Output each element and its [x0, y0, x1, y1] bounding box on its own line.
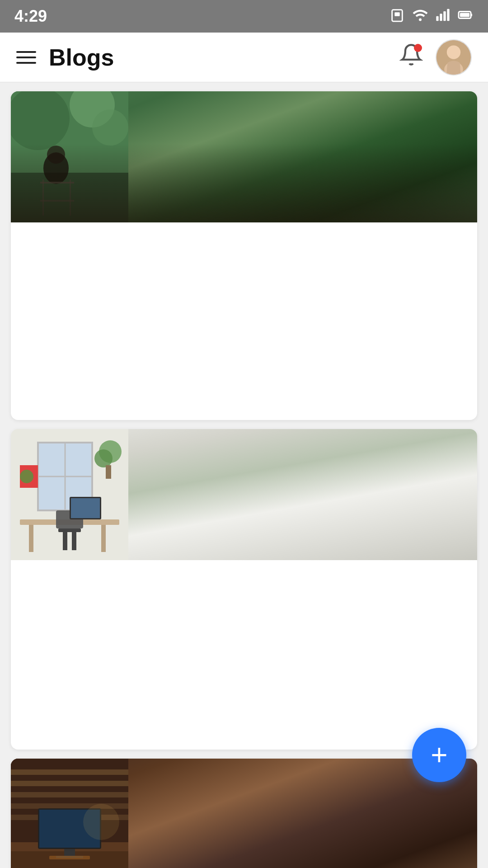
- svg-rect-4: [440, 14, 442, 21]
- sim-icon: [389, 7, 405, 26]
- svg-point-30: [94, 449, 113, 467]
- svg-point-19: [47, 146, 65, 164]
- svg-rect-5: [443, 11, 446, 21]
- avatar-image: [436, 40, 471, 75]
- svg-rect-38: [72, 532, 76, 550]
- svg-rect-40: [71, 498, 100, 518]
- blog-image-3: [11, 759, 477, 868]
- svg-rect-34: [101, 525, 106, 552]
- svg-point-11: [447, 45, 460, 59]
- create-blog-fab-button[interactable]: +: [412, 728, 466, 782]
- blog-card-1[interactable]: Julia Richards 7 ways to do your best wo…: [11, 91, 477, 420]
- blog-card-3[interactable]: Danielle Jones A message to everyone A n…: [11, 759, 477, 868]
- notification-bell-button[interactable]: [399, 43, 423, 72]
- hamburger-menu-button[interactable]: [16, 51, 36, 64]
- svg-point-2: [419, 18, 422, 21]
- svg-rect-20: [42, 179, 44, 216]
- svg-rect-23: [40, 200, 74, 202]
- svg-rect-3: [436, 16, 438, 21]
- wifi-icon: [412, 7, 428, 26]
- svg-rect-37: [63, 532, 67, 550]
- status-icons: [389, 7, 474, 26]
- svg-rect-33: [29, 525, 33, 552]
- blog-image-2: [11, 429, 477, 560]
- blog-image-1: [11, 91, 477, 222]
- header-left: Blogs: [16, 44, 114, 71]
- status-time: 4:29: [14, 7, 47, 26]
- battery-icon: [457, 7, 474, 26]
- svg-rect-1: [394, 12, 399, 16]
- svg-rect-56: [49, 856, 90, 859]
- svg-point-18: [43, 152, 69, 184]
- svg-rect-8: [460, 13, 469, 17]
- user-avatar-button[interactable]: [436, 39, 472, 75]
- blog-card-2[interactable]: Julia Richards The Art of Remote Working…: [11, 429, 477, 750]
- header-right: [399, 39, 472, 75]
- svg-point-57: [83, 804, 119, 840]
- svg-rect-31: [106, 465, 111, 479]
- page-title: Blogs: [49, 44, 114, 71]
- signal-icon: [436, 8, 450, 25]
- svg-rect-9: [471, 14, 472, 16]
- svg-point-42: [20, 470, 33, 483]
- plus-icon: +: [431, 741, 447, 769]
- svg-point-16: [92, 109, 128, 146]
- status-bar: 4:29: [0, 0, 488, 33]
- svg-rect-54: [64, 849, 75, 856]
- notification-dot: [414, 44, 422, 52]
- svg-rect-6: [447, 9, 449, 21]
- svg-rect-17: [11, 173, 128, 222]
- svg-rect-22: [40, 182, 74, 184]
- svg-rect-21: [70, 179, 71, 216]
- app-header: Blogs: [0, 33, 488, 82]
- svg-rect-36: [58, 528, 81, 532]
